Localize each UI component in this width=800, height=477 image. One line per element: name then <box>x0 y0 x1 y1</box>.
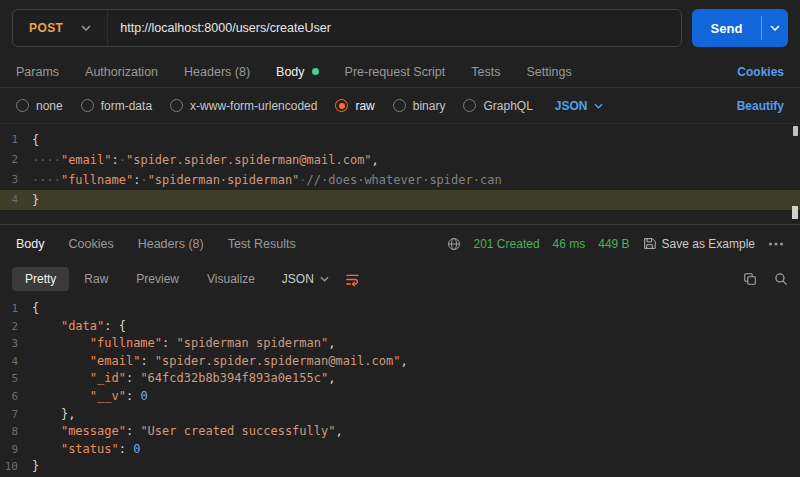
tab-preview[interactable]: Preview <box>123 267 192 291</box>
response-language-select[interactable]: JSON <box>282 272 329 286</box>
tab-label: Authorization <box>85 65 158 79</box>
line-number: 3 <box>0 170 32 190</box>
line-number: 8 <box>0 423 32 441</box>
response-meta-bar: Body Cookies Headers (8) Test Results 20… <box>0 225 800 262</box>
radio-x-www-form-urlencoded[interactable]: x-www-form-urlencoded <box>170 99 317 113</box>
body-type-bar: none form-data x-www-form-urlencoded raw… <box>0 88 800 124</box>
code-text: "_id": "64fcd32b8b394f893a0e155c", <box>32 370 800 388</box>
request-tabs: Params Authorization Headers (8) Body Pr… <box>0 56 800 88</box>
tab-response-headers[interactable]: Headers (8) <box>138 237 204 251</box>
tab-pretty[interactable]: Pretty <box>12 267 69 291</box>
tab-raw[interactable]: Raw <box>71 267 121 291</box>
tab-response-body[interactable]: Body <box>16 237 45 251</box>
code-line[interactable]: 6 "__v": 0 <box>0 388 800 406</box>
tab-headers[interactable]: Headers (8) <box>184 65 250 79</box>
tab-params[interactable]: Params <box>16 65 59 79</box>
tab-visualize[interactable]: Visualize <box>194 267 268 291</box>
radio-icon <box>463 99 476 112</box>
radio-label: GraphQL <box>483 99 532 113</box>
radio-graphql[interactable]: GraphQL <box>463 99 532 113</box>
url-input[interactable] <box>120 10 681 46</box>
radio-binary[interactable]: binary <box>393 99 446 113</box>
radio-label: binary <box>413 99 446 113</box>
tab-label: Pre-request Script <box>345 65 446 79</box>
beautify-link[interactable]: Beautify <box>737 99 784 113</box>
radio-icon <box>393 99 406 112</box>
code-line[interactable]: 10} <box>0 458 800 476</box>
radio-label: form-data <box>101 99 152 113</box>
code-line[interactable]: 7 }, <box>0 406 800 424</box>
code-line[interactable]: 1{ <box>0 300 800 318</box>
postman-app: POST Send Params Authorization Headers (… <box>0 0 800 477</box>
radio-none[interactable]: none <box>16 99 63 113</box>
response-time[interactable]: 46 ms <box>553 237 586 251</box>
radio-raw[interactable]: raw <box>335 99 374 113</box>
tab-label: Params <box>16 65 59 79</box>
radio-selected-icon <box>335 99 348 112</box>
method-label: POST <box>29 21 63 35</box>
wrap-text-button[interactable] <box>345 272 360 287</box>
more-options-button[interactable] <box>768 242 784 246</box>
tab-tests[interactable]: Tests <box>471 65 500 79</box>
send-button-label: Send <box>692 21 761 36</box>
code-text: }, <box>32 406 800 424</box>
response-size[interactable]: 449 B <box>598 237 629 251</box>
tab-test-results[interactable]: Test Results <box>228 237 296 251</box>
response-language-label: JSON <box>282 272 314 286</box>
code-line[interactable]: 5 "_id": "64fcd32b8b394f893a0e155c", <box>0 370 800 388</box>
raw-language-select[interactable]: JSON <box>555 99 603 113</box>
radio-icon <box>170 99 183 112</box>
save-icon <box>643 237 656 250</box>
line-number: 1 <box>0 130 32 150</box>
line-number: 4 <box>0 190 32 210</box>
tab-settings[interactable]: Settings <box>526 65 571 79</box>
tab-authorization[interactable]: Authorization <box>85 65 158 79</box>
send-button[interactable]: Send <box>692 9 788 47</box>
tab-pre-request-script[interactable]: Pre-request Script <box>345 65 446 79</box>
chevron-down-icon <box>320 276 329 282</box>
request-url-bar: POST Send <box>0 0 800 56</box>
request-body-editor[interactable]: 1{2····"email":·"spider.spider.spiderman… <box>0 124 800 225</box>
code-text: ····"email":·"spider.spider.spiderman@ma… <box>32 150 800 170</box>
line-number: 2 <box>0 150 32 170</box>
search-button[interactable] <box>774 272 788 286</box>
line-number: 6 <box>0 388 32 406</box>
radio-icon <box>81 99 94 112</box>
code-line[interactable]: 8 "message": "User created successfully"… <box>0 423 800 441</box>
tab-response-cookies[interactable]: Cookies <box>69 237 114 251</box>
code-text: "data": { <box>32 318 800 336</box>
code-text: "message": "User created successfully", <box>32 423 800 441</box>
tab-body[interactable]: Body <box>276 65 319 79</box>
network-globe-icon[interactable] <box>447 237 461 251</box>
code-line[interactable]: 2 "data": { <box>0 318 800 336</box>
code-line[interactable]: 4 "email": "spider.spider.spiderman@mail… <box>0 353 800 371</box>
copy-button[interactable] <box>743 272 757 286</box>
divider <box>107 10 108 46</box>
code-line[interactable]: 3····"fullname":·"spiderman·spiderman"·/… <box>0 170 800 190</box>
code-text: { <box>32 130 800 150</box>
method-select[interactable]: POST <box>13 10 107 46</box>
save-as-example-button[interactable]: Save as Example <box>643 237 755 251</box>
tab-label: Settings <box>526 65 571 79</box>
radio-form-data[interactable]: form-data <box>81 99 152 113</box>
radio-label: x-www-form-urlencoded <box>190 99 317 113</box>
code-line[interactable]: 3 "fullname": "spiderman spiderman", <box>0 335 800 353</box>
response-stats: 201 Created 46 ms 449 B Save as Example <box>447 237 784 251</box>
raw-language-label: JSON <box>555 99 588 113</box>
tab-label: Headers (8) <box>184 65 250 79</box>
line-number: 10 <box>0 458 32 476</box>
code-line[interactable]: 1{ <box>0 130 800 150</box>
line-number: 9 <box>0 441 32 459</box>
send-options-chevron-down-icon[interactable] <box>762 25 788 31</box>
cookies-link[interactable]: Cookies <box>737 65 784 79</box>
code-line[interactable]: 9 "status": 0 <box>0 441 800 459</box>
line-number: 3 <box>0 335 32 353</box>
response-toolbar-actions <box>743 272 788 286</box>
search-icon <box>774 272 788 286</box>
url-box: POST <box>12 9 682 47</box>
status-badge[interactable]: 201 Created <box>474 237 540 251</box>
code-line[interactable]: 2····"email":·"spider.spider.spiderman@m… <box>0 150 800 170</box>
response-body-editor[interactable]: 1{2 "data": {3 "fullname": "spiderman sp… <box>0 296 800 477</box>
code-line[interactable]: 4} <box>0 190 800 210</box>
body-modified-dot <box>312 68 319 75</box>
